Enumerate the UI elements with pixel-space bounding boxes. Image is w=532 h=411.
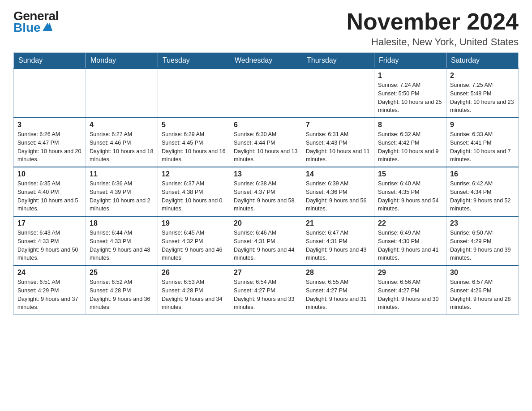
day-number: 19 <box>162 219 226 227</box>
day-number: 12 <box>162 170 226 178</box>
calendar-week-4: 17Sunrise: 6:43 AM Sunset: 4:33 PM Dayli… <box>14 216 519 265</box>
day-number: 24 <box>17 269 82 277</box>
calendar-cell: 6Sunrise: 6:30 AM Sunset: 4:44 PM Daylig… <box>230 118 302 167</box>
day-number: 10 <box>17 170 82 178</box>
day-number: 28 <box>306 269 370 277</box>
day-info: Sunrise: 6:26 AM Sunset: 4:47 PM Dayligh… <box>17 130 82 164</box>
day-info: Sunrise: 6:37 AM Sunset: 4:38 PM Dayligh… <box>162 180 226 213</box>
day-info: Sunrise: 6:50 AM Sunset: 4:29 PM Dayligh… <box>450 229 515 262</box>
day-info: Sunrise: 6:43 AM Sunset: 4:33 PM Dayligh… <box>17 229 82 262</box>
calendar-cell: 5Sunrise: 6:29 AM Sunset: 4:45 PM Daylig… <box>158 118 230 167</box>
calendar-week-2: 3Sunrise: 6:26 AM Sunset: 4:47 PM Daylig… <box>14 118 519 167</box>
day-number: 23 <box>450 219 515 227</box>
calendar-cell: 1Sunrise: 7:24 AM Sunset: 5:50 PM Daylig… <box>374 68 446 118</box>
day-info: Sunrise: 6:29 AM Sunset: 4:45 PM Dayligh… <box>162 130 226 164</box>
day-info: Sunrise: 6:33 AM Sunset: 4:41 PM Dayligh… <box>450 130 515 164</box>
day-number: 15 <box>378 170 442 178</box>
calendar-cell: 29Sunrise: 6:56 AM Sunset: 4:27 PM Dayli… <box>374 265 446 315</box>
calendar-cell: 15Sunrise: 6:40 AM Sunset: 4:35 PM Dayli… <box>374 167 446 216</box>
day-info: Sunrise: 6:38 AM Sunset: 4:37 PM Dayligh… <box>234 180 298 213</box>
calendar-cell: 8Sunrise: 6:32 AM Sunset: 4:42 PM Daylig… <box>374 118 446 167</box>
calendar-week-5: 24Sunrise: 6:51 AM Sunset: 4:29 PM Dayli… <box>14 265 519 315</box>
logo: General Blue <box>13 9 59 35</box>
calendar-cell: 11Sunrise: 6:36 AM Sunset: 4:39 PM Dayli… <box>86 167 158 216</box>
calendar-cell: 17Sunrise: 6:43 AM Sunset: 4:33 PM Dayli… <box>14 216 86 265</box>
calendar-header-saturday: Saturday <box>446 53 519 69</box>
calendar-cell: 27Sunrise: 6:54 AM Sunset: 4:27 PM Dayli… <box>230 265 302 315</box>
calendar-cell <box>86 68 158 118</box>
day-info: Sunrise: 6:53 AM Sunset: 4:28 PM Dayligh… <box>162 278 226 312</box>
day-info: Sunrise: 6:40 AM Sunset: 4:35 PM Dayligh… <box>378 180 442 213</box>
day-number: 11 <box>90 170 154 178</box>
calendar-cell: 25Sunrise: 6:52 AM Sunset: 4:28 PM Dayli… <box>86 265 158 315</box>
calendar-cell <box>230 68 302 118</box>
day-info: Sunrise: 6:27 AM Sunset: 4:46 PM Dayligh… <box>90 130 154 164</box>
day-number: 7 <box>306 121 370 129</box>
day-number: 9 <box>450 121 515 129</box>
day-number: 22 <box>378 219 442 227</box>
day-info: Sunrise: 6:49 AM Sunset: 4:30 PM Dayligh… <box>378 229 442 262</box>
day-info: Sunrise: 6:51 AM Sunset: 4:29 PM Dayligh… <box>17 278 82 312</box>
day-number: 17 <box>17 219 82 227</box>
calendar-cell: 10Sunrise: 6:35 AM Sunset: 4:40 PM Dayli… <box>14 167 86 216</box>
day-info: Sunrise: 6:35 AM Sunset: 4:40 PM Dayligh… <box>17 180 82 213</box>
calendar-cell: 19Sunrise: 6:45 AM Sunset: 4:32 PM Dayli… <box>158 216 230 265</box>
calendar-cell: 18Sunrise: 6:44 AM Sunset: 4:33 PM Dayli… <box>86 216 158 265</box>
day-number: 16 <box>450 170 515 178</box>
day-number: 2 <box>450 72 515 80</box>
day-info: Sunrise: 6:54 AM Sunset: 4:27 PM Dayligh… <box>234 278 298 312</box>
day-info: Sunrise: 6:47 AM Sunset: 4:31 PM Dayligh… <box>306 229 370 262</box>
day-number: 8 <box>378 121 442 129</box>
day-number: 4 <box>90 121 154 129</box>
day-info: Sunrise: 6:42 AM Sunset: 4:34 PM Dayligh… <box>450 180 515 213</box>
calendar-cell: 22Sunrise: 6:49 AM Sunset: 4:30 PM Dayli… <box>374 216 446 265</box>
calendar-cell: 12Sunrise: 6:37 AM Sunset: 4:38 PM Dayli… <box>158 167 230 216</box>
day-number: 21 <box>306 219 370 227</box>
page-header: General Blue November 2024 Halesite, New… <box>13 9 519 48</box>
day-number: 14 <box>306 170 370 178</box>
calendar-cell: 13Sunrise: 6:38 AM Sunset: 4:37 PM Dayli… <box>230 167 302 216</box>
day-number: 29 <box>378 269 442 277</box>
calendar-header-wednesday: Wednesday <box>230 53 302 69</box>
day-number: 5 <box>162 121 226 129</box>
day-info: Sunrise: 6:57 AM Sunset: 4:26 PM Dayligh… <box>450 278 515 312</box>
calendar-cell: 3Sunrise: 6:26 AM Sunset: 4:47 PM Daylig… <box>14 118 86 167</box>
calendar-cell: 23Sunrise: 6:50 AM Sunset: 4:29 PM Dayli… <box>446 216 519 265</box>
calendar-header-monday: Monday <box>86 53 158 69</box>
day-number: 20 <box>234 219 298 227</box>
calendar-header-tuesday: Tuesday <box>158 53 230 69</box>
calendar-cell: 14Sunrise: 6:39 AM Sunset: 4:36 PM Dayli… <box>302 167 374 216</box>
day-number: 1 <box>378 72 442 80</box>
calendar-cell <box>158 68 230 118</box>
calendar-cell: 24Sunrise: 6:51 AM Sunset: 4:29 PM Dayli… <box>14 265 86 315</box>
day-info: Sunrise: 6:46 AM Sunset: 4:31 PM Dayligh… <box>234 229 298 262</box>
title-section: November 2024 Halesite, New York, United… <box>347 9 519 48</box>
logo-triangle-icon <box>43 23 52 31</box>
calendar-cell: 21Sunrise: 6:47 AM Sunset: 4:31 PM Dayli… <box>302 216 374 265</box>
calendar-cell: 30Sunrise: 6:57 AM Sunset: 4:26 PM Dayli… <box>446 265 519 315</box>
day-info: Sunrise: 6:56 AM Sunset: 4:27 PM Dayligh… <box>378 278 442 312</box>
calendar-cell: 26Sunrise: 6:53 AM Sunset: 4:28 PM Dayli… <box>158 265 230 315</box>
calendar-header-row: SundayMondayTuesdayWednesdayThursdayFrid… <box>14 53 519 69</box>
calendar-cell <box>302 68 374 118</box>
day-info: Sunrise: 6:31 AM Sunset: 4:43 PM Dayligh… <box>306 130 370 164</box>
calendar-week-3: 10Sunrise: 6:35 AM Sunset: 4:40 PM Dayli… <box>14 167 519 216</box>
calendar-cell: 16Sunrise: 6:42 AM Sunset: 4:34 PM Dayli… <box>446 167 519 216</box>
day-number: 27 <box>234 269 298 277</box>
calendar-header-thursday: Thursday <box>302 53 374 69</box>
calendar-header-sunday: Sunday <box>14 53 86 69</box>
calendar-cell: 4Sunrise: 6:27 AM Sunset: 4:46 PM Daylig… <box>86 118 158 167</box>
logo-blue-text: Blue <box>13 21 52 35</box>
day-number: 13 <box>234 170 298 178</box>
calendar-cell: 7Sunrise: 6:31 AM Sunset: 4:43 PM Daylig… <box>302 118 374 167</box>
day-info: Sunrise: 6:32 AM Sunset: 4:42 PM Dayligh… <box>378 130 442 164</box>
day-number: 30 <box>450 269 515 277</box>
month-title: November 2024 <box>347 9 519 34</box>
day-number: 6 <box>234 121 298 129</box>
calendar-cell: 20Sunrise: 6:46 AM Sunset: 4:31 PM Dayli… <box>230 216 302 265</box>
day-info: Sunrise: 6:39 AM Sunset: 4:36 PM Dayligh… <box>306 180 370 213</box>
day-info: Sunrise: 6:52 AM Sunset: 4:28 PM Dayligh… <box>90 278 154 312</box>
calendar-table: SundayMondayTuesdayWednesdayThursdayFrid… <box>13 52 519 315</box>
calendar-cell: 9Sunrise: 6:33 AM Sunset: 4:41 PM Daylig… <box>446 118 519 167</box>
calendar-cell <box>14 68 86 118</box>
